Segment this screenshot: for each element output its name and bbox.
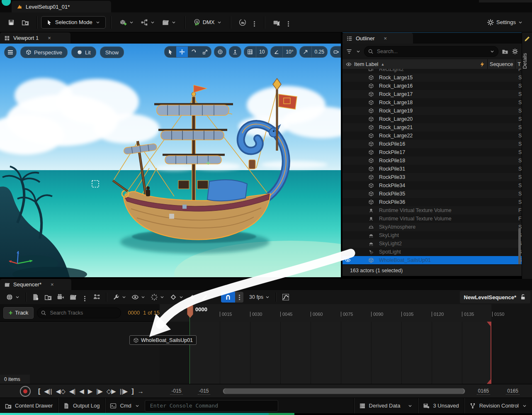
camera-speed-button[interactable] bbox=[330, 46, 341, 57]
save-button[interactable] bbox=[4, 16, 18, 29]
eye-icon[interactable] bbox=[345, 208, 351, 213]
eye-icon[interactable] bbox=[345, 141, 351, 147]
sequencer-tab[interactable]: Sequencer* × bbox=[0, 279, 71, 290]
coordinate-space-toggle[interactable] bbox=[214, 46, 226, 58]
outliner-row[interactable]: RockPile31S bbox=[343, 165, 522, 173]
viewport[interactable]: Perspective Lit Show 10 bbox=[0, 44, 341, 277]
eye-icon[interactable] bbox=[345, 69, 351, 72]
level-document-tab[interactable]: LevelSetup01_01* bbox=[12, 1, 111, 12]
scale-tool[interactable] bbox=[199, 46, 211, 57]
outliner-row[interactable]: RectLight2F bbox=[343, 69, 522, 73]
outliner-settings-icon[interactable] bbox=[512, 48, 518, 55]
outliner-row[interactable]: Rock_Large17S bbox=[343, 90, 522, 98]
blueprints-dropdown[interactable] bbox=[137, 16, 158, 29]
jump-to-start-bracket-button[interactable]: [ bbox=[38, 388, 40, 395]
outliner-row[interactable]: SpotLightS bbox=[343, 248, 522, 256]
eye-icon[interactable] bbox=[345, 216, 351, 222]
mobility-column-icon[interactable] bbox=[479, 61, 485, 67]
landscape-tool-button[interactable] bbox=[236, 16, 250, 29]
rotation-snap-toggle[interactable] bbox=[271, 46, 282, 57]
range-start-field-1[interactable]: -015 bbox=[170, 388, 182, 395]
eye-icon[interactable] bbox=[345, 241, 351, 247]
cmd-dropdown[interactable]: Cmd bbox=[105, 398, 144, 413]
playback-options-dropdown[interactable] bbox=[148, 291, 167, 303]
outliner-row[interactable]: Rock_Large15S bbox=[343, 73, 522, 82]
lit-mode-dropdown[interactable]: Lit bbox=[71, 46, 96, 58]
outliner-row[interactable]: Rock_Large16S bbox=[343, 82, 522, 90]
create-camera-button[interactable] bbox=[54, 291, 67, 303]
content-browser-button[interactable] bbox=[18, 16, 32, 29]
timeline-scrollbar[interactable] bbox=[223, 388, 465, 394]
track-search-input[interactable] bbox=[49, 310, 117, 316]
console-command-box[interactable] bbox=[145, 400, 278, 412]
eye-icon[interactable] bbox=[345, 124, 351, 130]
outliner-row[interactable]: Rock_Large21S bbox=[343, 123, 522, 132]
add-actor-dropdown[interactable] bbox=[116, 16, 137, 29]
eye-icon[interactable] bbox=[345, 174, 351, 180]
unsaved-button[interactable]: 3 Unsaved bbox=[418, 398, 464, 413]
curve-editor-button[interactable] bbox=[279, 291, 292, 303]
cinematics-dropdown[interactable] bbox=[158, 16, 180, 29]
outliner-search[interactable] bbox=[364, 46, 498, 57]
range-end-line[interactable] bbox=[491, 322, 491, 384]
outliner-filter-icon[interactable] bbox=[346, 48, 352, 55]
play-forward-button[interactable]: ▶ bbox=[88, 388, 93, 395]
outliner-row[interactable]: SkyLight2S bbox=[343, 239, 522, 248]
render-options-kebab[interactable] bbox=[79, 293, 90, 301]
record-button[interactable] bbox=[20, 386, 31, 397]
next-keyframe-button[interactable]: ◇▶ bbox=[107, 388, 116, 395]
rotation-snap-value[interactable]: 10° bbox=[283, 46, 296, 57]
step-forward-frames-button[interactable]: ||▶ bbox=[120, 388, 128, 395]
track-area[interactable] bbox=[160, 322, 532, 384]
eye-icon[interactable] bbox=[345, 249, 351, 255]
range-end-field-2[interactable]: 0165 bbox=[506, 388, 520, 395]
outliner-tab[interactable]: Outliner × bbox=[343, 33, 413, 44]
step-back-frames-button[interactable]: ◀|| bbox=[44, 388, 52, 395]
snapping-toggle[interactable] bbox=[221, 292, 235, 303]
current-frame-field[interactable]: 0000 bbox=[128, 310, 140, 316]
render-movie-button[interactable] bbox=[67, 291, 79, 303]
close-icon[interactable]: × bbox=[384, 35, 387, 42]
sequence-column[interactable]: Sequence bbox=[490, 61, 513, 67]
step-forward-button[interactable]: |▶ bbox=[96, 388, 102, 395]
outliner-row[interactable]: RockPile36S bbox=[343, 198, 522, 206]
track-search[interactable] bbox=[37, 308, 121, 318]
revision-control-dropdown[interactable]: Revision Control bbox=[464, 398, 532, 413]
eye-icon[interactable] bbox=[345, 83, 351, 89]
eye-icon[interactable] bbox=[345, 116, 351, 122]
eye-icon[interactable] bbox=[345, 191, 351, 197]
outliner-row[interactable]: Rock_Large18S bbox=[343, 98, 522, 107]
close-icon[interactable]: × bbox=[48, 35, 51, 41]
selection-mode-dropdown[interactable]: Selection Mode bbox=[41, 16, 106, 29]
viewport-tab[interactable]: Viewport 1 × bbox=[0, 32, 70, 44]
eye-icon[interactable] bbox=[345, 133, 351, 139]
surface-snapping-button[interactable] bbox=[229, 46, 241, 58]
outliner-row[interactable]: SkyAtmosphereS bbox=[343, 223, 522, 231]
type-column[interactable]: T bbox=[517, 61, 521, 67]
outliner-row[interactable]: RockPile35S bbox=[343, 190, 522, 198]
outliner-row-selected[interactable]: WholeBoat_SailsUp01S bbox=[343, 256, 522, 264]
sequence-browse-dropdown[interactable] bbox=[3, 291, 22, 303]
scale-snap-toggle[interactable] bbox=[300, 46, 311, 57]
show-flags-dropdown[interactable]: Show bbox=[100, 46, 124, 58]
outliner-search-input[interactable] bbox=[376, 48, 487, 55]
grid-snap-toggle[interactable] bbox=[244, 46, 256, 57]
dmx-dropdown[interactable]: DMX bbox=[190, 16, 225, 29]
view-options-dropdown[interactable] bbox=[129, 291, 148, 303]
derived-data-dropdown[interactable]: Derived Data bbox=[354, 398, 418, 413]
snapping-options-kebab[interactable] bbox=[235, 292, 243, 303]
outliner-row[interactable]: RockPile16S bbox=[343, 140, 522, 148]
scale-snap-value[interactable]: 0.25 bbox=[312, 46, 327, 57]
eye-icon[interactable] bbox=[345, 91, 351, 97]
loop-mode-button[interactable]: → bbox=[137, 388, 143, 395]
keyframe-options-dropdown[interactable] bbox=[167, 291, 186, 303]
jump-to-end-bracket-button[interactable]: ] bbox=[131, 388, 134, 395]
close-icon[interactable]: × bbox=[51, 281, 54, 288]
sequence-name-label[interactable]: NewLevelSequence* bbox=[464, 294, 516, 300]
outliner-row[interactable]: Rock_Large20S bbox=[343, 115, 522, 123]
range-end-field-1[interactable]: 0165 bbox=[477, 388, 491, 395]
auto-key-button[interactable] bbox=[186, 291, 199, 303]
outliner-row[interactable]: Runtime Virtual Texture VolumeF bbox=[343, 215, 522, 223]
landscape-options-kebab[interactable] bbox=[250, 19, 259, 26]
eye-icon[interactable] bbox=[345, 149, 351, 155]
